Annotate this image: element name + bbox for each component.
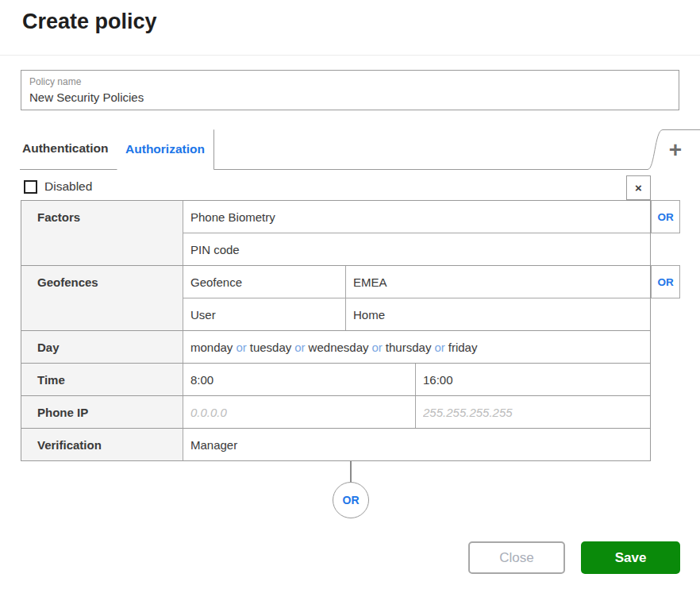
rule-row: User Home [183,298,650,330]
factor-value-cell[interactable]: Phone Biometry [183,201,650,233]
rule-label-time: Time [21,364,183,395]
remove-rule-set-button[interactable]: × [626,175,651,200]
rule-label-phone-ip: Phone IP [21,396,183,428]
rule-group-factors: Factors Phone Biometry OR PIN code [21,200,651,266]
day-or-joiner: or [434,341,444,354]
tab-authentication[interactable]: Authentication [22,127,109,169]
rule-row: Geofence EMEA OR [183,266,650,298]
day-value-cell[interactable]: monday or tuesday or wednesday or thursd… [183,331,650,363]
disabled-checkbox-label: Disabled [44,179,92,194]
phone-ip-to-input[interactable] [416,396,650,428]
rule-label-verification: Verification [21,429,183,460]
geofence-value-cell[interactable]: EMEA [346,266,650,298]
rule-label-factors: Factors [21,201,183,265]
or-connector-line [350,461,352,483]
factor-value-cell[interactable]: PIN code [183,233,650,265]
or-connector-button[interactable]: OR [333,482,369,518]
day-item[interactable]: wednesday [309,341,369,354]
rule-row: PIN code [183,233,650,265]
rule-group-day: Day monday or tuesday or wednesday or th… [21,330,651,364]
day-item[interactable]: tuesday [250,341,292,354]
geofence-type-cell[interactable]: Geofence [183,266,346,298]
rule-row: 8:00 16:00 [183,364,650,395]
rule-row [183,396,650,428]
phone-ip-from-input[interactable] [183,396,415,428]
time-from-cell[interactable]: 8:00 [183,364,416,395]
header-divider [0,55,700,56]
close-icon: × [635,181,642,194]
day-item[interactable]: thursday [386,341,432,354]
rule-label-day: Day [21,331,183,363]
policy-name-value[interactable]: New Security Policies [29,90,671,104]
rule-label-geofences: Geofences [21,266,183,330]
rule-row: Phone Biometry OR [183,201,650,233]
policy-name-label: Policy name [29,76,671,87]
day-or-joiner: or [372,341,383,354]
page-title: Create policy [22,10,157,34]
rule-group-time: Time 8:00 16:00 [21,363,651,396]
tab-authorization[interactable]: Authorization [117,129,213,169]
plus-icon: + [669,137,682,163]
policy-name-field[interactable]: Policy name New Security Policies [21,70,679,110]
rule-row: monday or tuesday or wednesday or thursd… [183,331,650,363]
disabled-checkbox[interactable] [24,180,37,194]
geofence-type-cell[interactable]: User [183,298,346,330]
or-operator-badge[interactable]: OR [651,265,680,298]
rule-group-geofences: Geofences Geofence EMEA OR User Home [21,265,651,331]
create-policy-dialog: Create policy Policy name New Security P… [0,0,700,593]
rule-group-verification: Verification Manager [21,428,651,461]
save-button[interactable]: Save [581,541,680,574]
add-tab-button[interactable]: + [659,133,692,167]
day-or-joiner: or [236,341,246,354]
verification-value-cell[interactable]: Manager [183,429,650,460]
close-button[interactable]: Close [468,541,565,574]
day-or-joiner: or [294,341,305,354]
rule-group-phone-ip: Phone IP [21,395,651,429]
day-item[interactable]: monday [190,341,233,354]
rule-row: Manager [183,429,650,460]
geofence-value-cell[interactable]: Home [346,298,650,330]
or-operator-badge[interactable]: OR [651,200,680,233]
tab-bar: Authentication Authorization + [0,127,700,171]
day-item[interactable]: friday [448,341,478,354]
rules-table: Factors Phone Biometry OR PIN code Geofe… [21,200,651,461]
time-to-cell[interactable]: 16:00 [416,364,650,395]
